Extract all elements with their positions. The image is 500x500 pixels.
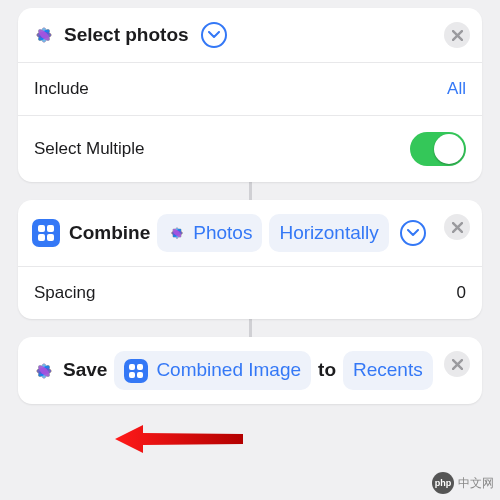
delete-action-button[interactable]	[444, 351, 470, 377]
to-word: to	[318, 355, 336, 385]
row-select-multiple: Select Multiple	[18, 115, 482, 182]
photos-app-icon	[32, 23, 56, 47]
shortcuts-app-icon	[32, 219, 60, 247]
photos-app-icon	[167, 223, 187, 243]
row-spacing[interactable]: Spacing 0	[18, 266, 482, 319]
action-card-select-photos: Select photos Include All Select Multipl…	[18, 8, 482, 182]
delete-action-button[interactable]	[444, 22, 470, 48]
direction-label: Horizontally	[279, 218, 378, 248]
watermark-text: 中文网	[458, 475, 494, 492]
select-multiple-toggle[interactable]	[410, 132, 466, 166]
expand-toggle[interactable]	[400, 220, 426, 246]
direction-pill[interactable]: Horizontally	[269, 214, 388, 252]
annotation-arrow	[115, 419, 245, 459]
action-card-combine: Combine Photos	[18, 200, 482, 319]
save-verb: Save	[63, 355, 107, 385]
card-header[interactable]: Select photos	[18, 8, 482, 62]
connector-line	[249, 319, 252, 337]
toggle-knob	[434, 134, 464, 164]
combined-image-label: Combined Image	[156, 355, 301, 385]
select-multiple-label: Select Multiple	[34, 139, 145, 159]
action-title: Select photos	[64, 24, 189, 46]
include-value[interactable]: All	[447, 79, 466, 99]
combined-image-variable-pill[interactable]: Combined Image	[114, 351, 311, 389]
photos-app-icon	[32, 359, 56, 383]
svg-marker-24	[115, 425, 243, 453]
photos-variable-pill[interactable]: Photos	[157, 214, 262, 252]
recents-album-pill[interactable]: Recents	[343, 351, 433, 389]
include-label: Include	[34, 79, 89, 99]
php-logo-icon: php	[432, 472, 454, 494]
shortcuts-app-icon	[124, 359, 148, 383]
action-card-save: Save Combined Image to Recents	[18, 337, 482, 403]
recents-label: Recents	[353, 355, 423, 385]
watermark: php 中文网	[432, 472, 494, 494]
spacing-value[interactable]: 0	[457, 283, 466, 303]
card-header[interactable]: Combine Photos	[18, 200, 482, 266]
delete-action-button[interactable]	[444, 214, 470, 240]
spacing-label: Spacing	[34, 283, 95, 303]
connector-line	[249, 182, 252, 200]
row-include[interactable]: Include All	[18, 62, 482, 115]
card-header[interactable]: Save Combined Image to Recents	[18, 337, 482, 403]
combine-verb: Combine	[69, 218, 150, 248]
photos-variable-label: Photos	[193, 218, 252, 248]
expand-toggle[interactable]	[201, 22, 227, 48]
